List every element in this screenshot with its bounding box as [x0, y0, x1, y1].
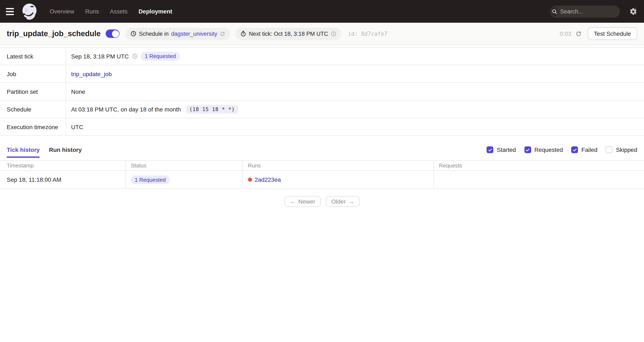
gear-icon[interactable]: [629, 7, 637, 15]
column-header-runs: Runs: [242, 161, 434, 170]
run-failure-dot-icon: [248, 178, 252, 182]
search-icon: [552, 6, 557, 16]
nav-item-runs[interactable]: Runs: [85, 8, 99, 15]
history-tabbar: Tick history Run history Started Request…: [0, 139, 644, 160]
stopwatch-icon: [240, 31, 246, 36]
schedule-in-label: Schedule in: [139, 30, 168, 37]
clock-icon[interactable]: [132, 53, 138, 59]
reload-location-icon[interactable]: [220, 31, 225, 36]
detail-label: Partition set: [0, 83, 66, 100]
job-link[interactable]: trip_update_job: [71, 70, 112, 77]
refresh-countdown: 0:03: [560, 30, 572, 37]
dagster-app: Overview Runs Assets Deployment / trip_u…: [0, 0, 644, 342]
column-header-requests: Requests: [434, 161, 644, 170]
latest-tick-timestamp: Sep 18, 3:18 PM UTC: [71, 53, 129, 59]
schedule-details: Latest tick Sep 18, 3:18 PM UTC 1 Reques…: [0, 47, 644, 136]
checkbox-checked-icon[interactable]: [487, 146, 494, 153]
detail-row-schedule: Schedule At 03:18 PM UTC, on day 18 of t…: [0, 100, 644, 118]
detail-label: Job: [0, 65, 66, 82]
detail-row-job: Job trip_update_job: [0, 65, 644, 83]
code-location-link[interactable]: dagster_university: [171, 30, 217, 37]
detail-row-latest-tick: Latest tick Sep 18, 3:18 PM UTC 1 Reques…: [0, 47, 644, 65]
partition-set-value: None: [71, 88, 85, 95]
nav-item-deployment[interactable]: Deployment: [138, 8, 172, 15]
tab-tick-history[interactable]: Tick history: [7, 139, 40, 160]
detail-row-partition-set: Partition set None: [0, 83, 644, 100]
column-header-status: Status: [126, 161, 242, 170]
detail-label: Latest tick: [0, 47, 66, 65]
checkbox-checked-icon[interactable]: [572, 146, 578, 153]
search-bar[interactable]: /: [550, 5, 620, 17]
next-tick-label: Next tick: Oct 18, 3:18 PM UTC: [249, 30, 328, 37]
detail-row-execution-timezone: Execution timezone UTC: [0, 118, 644, 136]
tick-history-table: Timestamp Status Runs Requests Sep 18, 1…: [0, 160, 644, 189]
tick-status-filters: Started Requested Failed Skipped: [487, 146, 637, 153]
table-header-row: Timestamp Status Runs Requests: [0, 161, 644, 171]
checkbox-unchecked-icon[interactable]: [606, 146, 613, 153]
checkbox-checked-icon[interactable]: [524, 146, 531, 153]
run-link[interactable]: 2ad223ea: [255, 176, 281, 183]
cron-expression: (18 15 18 * *): [186, 105, 238, 113]
refresh-icon[interactable]: [576, 30, 582, 37]
dagster-logo-icon: [21, 2, 39, 20]
test-schedule-button[interactable]: Test Schedule: [588, 27, 637, 40]
filter-failed[interactable]: Failed: [572, 146, 598, 153]
tab-run-history[interactable]: Run history: [49, 139, 82, 160]
newer-button[interactable]: ← Newer: [284, 196, 321, 207]
nav-item-assets[interactable]: Assets: [110, 8, 128, 15]
search-input[interactable]: [560, 8, 635, 14]
menu-icon[interactable]: [6, 6, 17, 17]
schedule-toggle[interactable]: [106, 29, 120, 38]
schedule-description: At 03:18 PM UTC, on day 18 of the month: [71, 106, 181, 112]
tick-status-badge: 1 Requested: [131, 175, 170, 184]
timezone-clock-icon[interactable]: [331, 31, 336, 36]
filter-requested[interactable]: Requested: [524, 146, 563, 153]
schedule-location-tag: Schedule in dagster_university: [126, 27, 230, 40]
column-header-timestamp: Timestamp: [0, 161, 126, 170]
nav-links: Overview Runs Assets Deployment: [50, 8, 172, 15]
status-badge: 1 Requested: [141, 52, 180, 60]
arrow-left-icon: ←: [290, 198, 296, 205]
next-tick-tag: Next tick: Oct 18, 3:18 PM UTC: [235, 27, 341, 40]
clock-icon: [130, 31, 136, 36]
pagination: ← Newer Older →: [0, 196, 644, 207]
table-row: Sep 18, 11:18:00 AM 1 Requested 2ad223ea: [0, 171, 644, 189]
detail-label: Schedule: [0, 100, 66, 118]
tick-requests-cell: [434, 171, 644, 188]
page-header: trip_update_job_schedule Schedule in dag…: [0, 23, 644, 45]
tick-timestamp: Sep 18, 11:18:00 AM: [0, 171, 126, 188]
nav-item-overview[interactable]: Overview: [50, 8, 74, 15]
timezone-value: UTC: [71, 123, 83, 130]
arrow-right-icon: →: [348, 198, 354, 205]
filter-started[interactable]: Started: [487, 146, 516, 153]
page-title: trip_update_job_schedule: [7, 29, 100, 38]
filter-skipped[interactable]: Skipped: [606, 146, 637, 153]
older-button[interactable]: Older →: [326, 196, 360, 207]
top-nav: Overview Runs Assets Deployment /: [0, 0, 644, 23]
detail-label: Execution timezone: [0, 118, 66, 135]
schedule-id: id: 8d7cafe7: [348, 30, 388, 37]
